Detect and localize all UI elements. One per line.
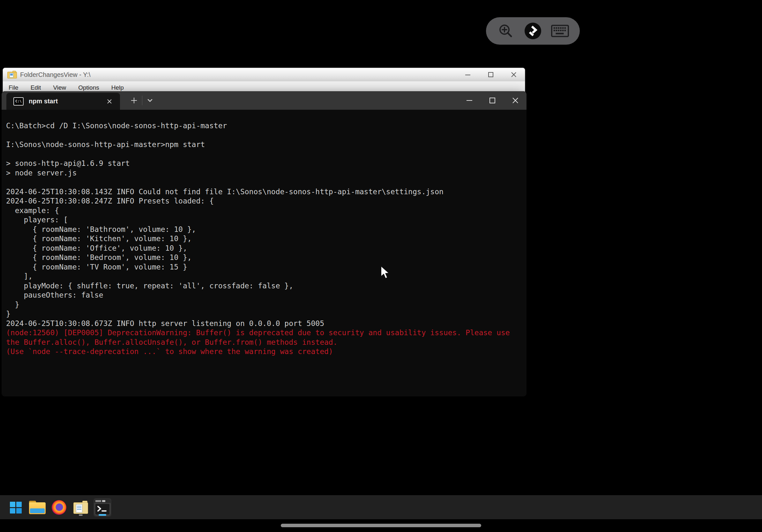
- file-explorer-icon: [29, 501, 45, 514]
- firefox-icon: [52, 500, 66, 515]
- taskbar: 12:31 25.06.2024: [0, 495, 762, 519]
- terminal-line: (node:12560) [DEP0005] DeprecationWarnin…: [6, 328, 526, 338]
- terminal-line: }: [6, 309, 526, 319]
- terminal-line: > node server.js: [6, 168, 526, 178]
- fcv-menu-item[interactable]: File: [7, 84, 20, 92]
- home-indicator[interactable]: [281, 524, 481, 527]
- fcv-menu-item[interactable]: Edit: [29, 84, 42, 92]
- keyboard-icon[interactable]: [551, 22, 569, 40]
- terminal-tab-title: npm start: [29, 98, 58, 105]
- new-tab-button[interactable]: [129, 96, 139, 105]
- folder-changes-view-window: FolderChangesView - Y:\ FileEditViewOpti…: [3, 68, 525, 94]
- terminal-line: { roomName: 'Kitchen', volume: 10 },: [6, 234, 526, 244]
- folder-changes-view-icon: [7, 71, 17, 79]
- folder-changes-view-taskbar-button[interactable]: [72, 498, 90, 517]
- running-app-indicator: [79, 514, 83, 516]
- terminal-line: > sonos-http-api@1.6.9 start: [6, 159, 526, 168]
- firefox-button[interactable]: [50, 498, 68, 517]
- terminal-line: playMode: { shuffle: true, repeat: 'all'…: [6, 281, 526, 291]
- terminal-line: 2024-06-25T10:30:08.247Z INFO Presets lo…: [6, 196, 526, 206]
- terminal-line: [6, 150, 526, 159]
- fcv-minimize-button[interactable]: [462, 70, 474, 80]
- zoom-in-icon[interactable]: [497, 22, 515, 40]
- terminal-maximize-button[interactable]: [486, 95, 498, 106]
- windows-terminal-taskbar-button[interactable]: [94, 498, 112, 517]
- remote-desktop-screen: { "remote_toolbar": { "icons": ["zoom-in…: [0, 0, 762, 532]
- tab-dropdown-button[interactable]: [145, 96, 155, 105]
- terminal-line: I:\Sonos\node-sonos-http-api-master>npm …: [6, 140, 526, 150]
- fcv-menu-item[interactable]: Options: [77, 84, 100, 92]
- active-app-indicator: [99, 514, 106, 516]
- tab-close-icon[interactable]: [105, 97, 114, 105]
- windows-terminal-icon: [94, 499, 111, 516]
- terminal-line: { roomName: 'TV Room', volume: 15 }: [6, 262, 526, 272]
- remote-desktop-icon[interactable]: [524, 22, 542, 40]
- terminal-line: }: [6, 300, 526, 310]
- terminal-line: ],: [6, 272, 526, 281]
- terminal-line: { roomName: 'Office', volume: 10 },: [6, 244, 526, 253]
- fcv-maximize-button[interactable]: [485, 70, 497, 80]
- terminal-line: { roomName: 'Bedroom', volume: 10 },: [6, 253, 526, 262]
- terminal-line: [6, 131, 526, 140]
- fcv-close-button[interactable]: [508, 70, 520, 80]
- terminal-line: pauseOthers: false: [6, 291, 526, 300]
- terminal-close-button[interactable]: [509, 95, 521, 106]
- terminal-line: players: [: [6, 215, 526, 225]
- terminal-line: 2024-06-25T10:30:08.143Z INFO Could not …: [6, 187, 526, 197]
- terminal-line: the Buffer.alloc(), Buffer.allocUnsafe()…: [6, 338, 526, 347]
- terminal-line: example: {: [6, 206, 526, 216]
- terminal-minimize-button[interactable]: [463, 95, 476, 106]
- fcv-window-title: FolderChangesView - Y:\: [20, 71, 91, 79]
- cmd-icon: C:\: [13, 97, 24, 105]
- windows-logo-icon: [10, 502, 22, 513]
- terminal-tab-bar[interactable]: C:\ npm start: [2, 91, 526, 110]
- tab-bar-divider: [142, 96, 142, 105]
- fcv-title-bar[interactable]: FolderChangesView - Y:\: [3, 68, 525, 81]
- mouse-cursor: [380, 265, 391, 281]
- file-explorer-button[interactable]: [29, 498, 46, 517]
- terminal-line: C:\Batch>cd /D I:\Sonos\node-sonos-http-…: [6, 121, 526, 131]
- terminal-tab-npm-start[interactable]: C:\ npm start: [6, 93, 120, 110]
- terminal-line: { roomName: 'Bathroom', volume: 10 },: [6, 225, 526, 234]
- terminal-output[interactable]: C:\Batch>cd /D I:\Sonos\node-sonos-http-…: [2, 110, 526, 396]
- remote-session-toolbar: [486, 17, 580, 45]
- fcv-menu-item[interactable]: Help: [110, 84, 125, 92]
- terminal-line: [6, 178, 526, 187]
- terminal-line: (Use `node --trace-deprecation ...` to s…: [6, 347, 526, 357]
- fcv-menu-item[interactable]: View: [52, 84, 67, 92]
- terminal-window: C:\ npm start C:\Batch>cd /D I:\Son: [2, 91, 526, 396]
- terminal-line: 2024-06-25T10:30:08.673Z INFO http serve…: [6, 319, 526, 328]
- start-button[interactable]: [7, 498, 25, 517]
- folder-changes-view-taskbar-icon: [73, 500, 89, 514]
